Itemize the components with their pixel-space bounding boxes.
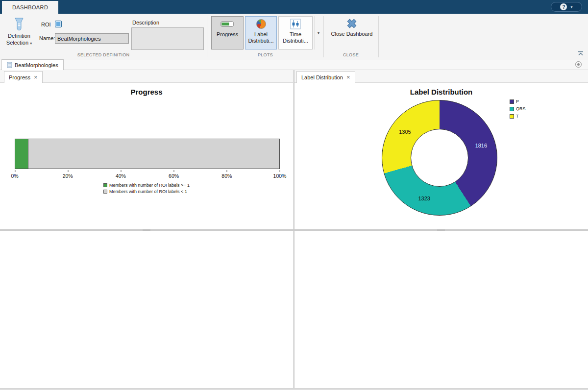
empty-panel-bottom-left [0, 231, 293, 388]
progress-tab-label: Progress [9, 74, 30, 80]
help-button[interactable]: ? ▾ [551, 2, 582, 12]
ribbon: Definition Selection ▾ ROI Name: Descrip… [0, 14, 588, 59]
name-label: Name: [39, 35, 55, 41]
time-distribution-label-line1: Time [290, 31, 301, 38]
progress-tab[interactable]: Progress × [4, 71, 43, 83]
definition-selection-button[interactable]: Definition Selection ▾ [3, 16, 35, 57]
legend-item: T [510, 114, 526, 119]
progress-panel: Progress × Progress 0%20%40%60%80%100% M… [0, 70, 293, 229]
chevron-down-icon: ▾ [318, 31, 319, 35]
tab-dashboard[interactable]: DASHBOARD [2, 1, 58, 14]
label-distribution-tab[interactable]: Label Distribution × [296, 71, 355, 83]
x-tick-label: 100% [273, 173, 287, 179]
roi-type-icon [55, 21, 62, 27]
horizontal-splitter[interactable] [0, 229, 588, 231]
close-tab-icon[interactable]: × [34, 74, 38, 80]
label-distribution-label-line1: Label [254, 31, 268, 38]
signal-labeler-dashboard: { "icons": { "caret_down": "▾", "close_x… [0, 0, 588, 392]
progress-bar-icon [220, 17, 234, 31]
legend-item: QRS [510, 106, 526, 111]
description-label: Description [132, 20, 159, 25]
empty-panel-bottom-right [294, 231, 588, 388]
slice-value-label: 1323 [418, 196, 430, 201]
section-divider [207, 16, 207, 57]
document-tab-beatmorphologies[interactable]: BeatMorphologies [1, 59, 64, 70]
legend-item: P [510, 99, 526, 104]
close-dashboard-label: Close Dashboard [331, 31, 373, 37]
x-tick-label: 0% [11, 173, 18, 179]
splitter-grip[interactable] [437, 229, 445, 231]
progress-chart-title: Progress [0, 88, 293, 96]
definition-selection-label-line1: Definition [8, 32, 30, 39]
close-x-icon [345, 16, 358, 31]
slice-value-label: 1305 [399, 129, 411, 135]
help-icon: ? [560, 3, 567, 10]
progress-plot-label: Progress [217, 31, 238, 38]
description-input[interactable] [131, 27, 204, 50]
document-icon [7, 62, 12, 68]
plots-gallery-dropdown[interactable]: ▾ [314, 16, 322, 49]
x-tick-label: 60% [169, 173, 179, 179]
x-tick-label: 40% [116, 173, 126, 179]
definition-selection-label-line2: Selection ▾ [6, 39, 32, 47]
x-tick-label: 20% [63, 173, 73, 179]
section-label-plots: PLOTS [208, 52, 322, 57]
definition-tag-icon [13, 18, 25, 31]
progress-bar-track [15, 139, 280, 169]
time-distribution-label-line2: Distributi... [283, 38, 308, 44]
donut-box: 181613231305 [382, 100, 497, 216]
progress-x-axis: 0%20%40%60%80%100% [15, 170, 280, 180]
bottom-splitter[interactable] [0, 388, 588, 390]
progress-plot-button[interactable]: Progress [211, 16, 244, 49]
close-tab-icon[interactable]: × [346, 74, 350, 80]
label-distribution-chart-title: Label Distribution [294, 88, 588, 96]
dashboard-content: Progress × Progress 0%20%40%60%80%100% M… [0, 70, 588, 392]
roi-name-input[interactable] [55, 33, 129, 44]
label-distribution-subtab-bar: Label Distribution × [294, 70, 588, 83]
label-distribution-plot-button[interactable]: Label Distributi... [245, 16, 277, 49]
roi-label: ROI [41, 22, 51, 27]
time-distribution-plot-button[interactable]: Time Distributi... [278, 16, 313, 49]
label-distribution-chart: Label Distribution 181613231305 PQRST [294, 83, 588, 229]
progress-chart: Progress 0%20%40%60%80%100% Members with… [0, 83, 293, 229]
chevron-down-icon: ▾ [570, 5, 572, 9]
splitter-grip[interactable] [143, 229, 150, 231]
progress-bar-fill [15, 139, 28, 169]
pie-chart-icon [256, 19, 266, 29]
label-distribution-tab-label: Label Distribution [301, 74, 343, 80]
collapse-ribbon-icon[interactable] [577, 51, 584, 56]
section-divider [378, 16, 379, 57]
donut-hole [411, 129, 468, 187]
tab-actions-icon[interactable] [575, 61, 582, 68]
document-tab-label: BeatMorphologies [15, 62, 58, 68]
document-tabbar: BeatMorphologies [0, 59, 588, 70]
legend-item: Members with number of ROI labels >= 1 [103, 183, 190, 188]
slice-value-label: 1816 [475, 143, 487, 148]
section-label-close: CLOSE [323, 52, 378, 57]
section-label-selected-definition: SELECTED DEFINITION [0, 52, 207, 57]
section-divider [323, 16, 324, 57]
label-distribution-label-line2: Distributi... [248, 38, 274, 44]
close-dashboard-button[interactable]: Close Dashboard [327, 16, 376, 49]
titlebar: DASHBOARD ? ▾ [0, 0, 588, 14]
progress-subtab-bar: Progress × [0, 70, 293, 83]
label-distribution-panel: Label Distribution × Label Distribution … [294, 70, 588, 229]
donut-legend: PQRST [510, 99, 526, 119]
legend-item: Members with number of ROI labels < 1 [103, 189, 190, 194]
chevron-down-icon: ▾ [30, 41, 32, 46]
x-tick-label: 80% [221, 173, 232, 179]
progress-legend: Members with number of ROI labels >= 1Me… [103, 183, 190, 194]
box-plot-icon [290, 17, 301, 31]
